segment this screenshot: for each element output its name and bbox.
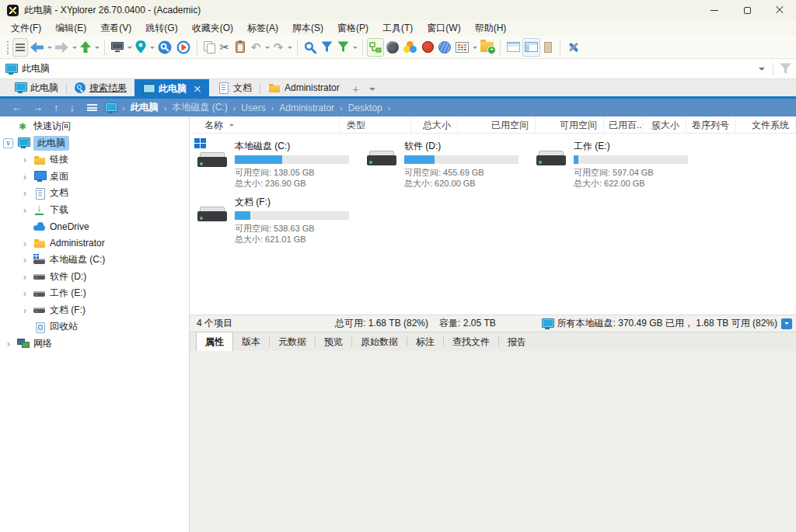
tab-documents[interactable]: 文档 xyxy=(209,79,260,96)
menu-scripting[interactable]: 脚本(S) xyxy=(285,20,330,37)
chevron-right-icon[interactable] xyxy=(4,339,13,349)
info-tab-find-files[interactable]: 查找文件 xyxy=(444,332,498,351)
forward-dropdown-caret[interactable] xyxy=(72,47,77,51)
new-folder-button[interactable] xyxy=(478,38,496,57)
zoom-button[interactable] xyxy=(155,38,174,57)
up-dropdown-caret[interactable] xyxy=(95,47,100,51)
info-tab-raw[interactable]: 原始数据 xyxy=(352,332,407,351)
main-menu-button[interactable] xyxy=(12,38,28,57)
redo-dropdown-caret[interactable] xyxy=(288,47,292,51)
tree-item-administrator[interactable]: Administrator xyxy=(0,235,189,252)
report-button[interactable] xyxy=(453,38,471,57)
tree-item-quick-access[interactable]: 快速访问 xyxy=(0,118,189,135)
report-dropdown-caret[interactable] xyxy=(473,47,477,51)
breadcrumb-administrator[interactable]: Administrator xyxy=(279,103,334,113)
address-dropdown-caret[interactable] xyxy=(759,68,765,74)
address-filter-icon[interactable] xyxy=(780,63,791,75)
tab-search-results[interactable]: 搜索结果 xyxy=(67,79,134,96)
info-panel-button[interactable] xyxy=(540,38,556,57)
undo-button[interactable]: ↶ xyxy=(248,38,264,57)
desktop-dropdown-caret[interactable] xyxy=(127,47,132,51)
breadcrumb-users[interactable]: Users xyxy=(241,103,265,113)
column-header-type[interactable]: 类型 xyxy=(340,116,411,133)
column-header-total-size[interactable]: 总大小 xyxy=(411,116,458,133)
breadcrumb-desktop[interactable]: Desktop xyxy=(348,103,382,113)
menu-file[interactable]: 文件(F) xyxy=(4,20,48,37)
menu-help[interactable]: 帮助(H) xyxy=(468,20,514,37)
chevron-right-icon[interactable] xyxy=(20,288,30,298)
location-dropdown-caret[interactable] xyxy=(150,47,155,51)
layout-button[interactable] xyxy=(522,38,540,57)
tree-item-drive-c[interactable]: 本地磁盘 (C:) xyxy=(0,252,189,269)
drive-tile-d[interactable]: 软件 (D:) 可用空间: 455.69 GB 总大小: 620.00 GB xyxy=(364,138,525,185)
drive-tile-e[interactable]: 工作 (E:) 可用空间: 597.04 GB 总大小: 622.00 GB xyxy=(533,138,695,185)
tags-button[interactable] xyxy=(420,38,436,57)
info-tab-version[interactable]: 版本 xyxy=(233,332,269,351)
find-button[interactable] xyxy=(302,38,319,57)
column-header-name[interactable]: 名称 xyxy=(190,116,340,133)
go-button[interactable] xyxy=(174,38,193,57)
breadcrumb-drive-c[interactable]: 本地磁盘 (C:) xyxy=(172,101,227,114)
up-button[interactable] xyxy=(78,38,93,57)
menu-panes[interactable]: 窗格(P) xyxy=(330,20,375,37)
address-value[interactable]: 此电脑 xyxy=(22,62,50,75)
address-bar[interactable]: 此电脑 xyxy=(0,59,796,79)
chevron-right-icon[interactable] xyxy=(20,155,30,165)
tree-item-this-pc[interactable]: 此电脑 xyxy=(0,135,189,152)
tree-item-onedrive[interactable]: OneDrive xyxy=(0,218,189,235)
tab-close-icon[interactable] xyxy=(194,85,201,93)
back-dropdown-caret[interactable] xyxy=(47,47,52,51)
menu-favorites[interactable]: 收藏夹(O) xyxy=(185,20,240,37)
copy-button[interactable] xyxy=(201,38,217,57)
disks-dropdown-button[interactable] xyxy=(781,318,792,329)
chevron-right-icon[interactable] xyxy=(20,172,30,182)
menu-tabs[interactable]: 标签(A) xyxy=(240,20,285,37)
filter-dropdown-caret[interactable] xyxy=(353,47,358,51)
configuration-button[interactable] xyxy=(564,38,583,57)
collapse-box-icon[interactable] xyxy=(3,138,13,148)
menu-go[interactable]: 跳转(G) xyxy=(138,20,184,37)
menu-edit[interactable]: 编辑(E) xyxy=(48,20,93,37)
tree-item-documents[interactable]: 文档 xyxy=(0,185,189,202)
tab-list-dropdown[interactable] xyxy=(365,79,380,99)
cut-button[interactable]: ✂ xyxy=(217,38,232,57)
info-tab-metadata[interactable]: 元数据 xyxy=(270,332,315,351)
tree-item-links[interactable]: 链接 xyxy=(0,151,189,169)
column-header-used-percent[interactable]: 已用百... xyxy=(604,116,643,133)
close-button[interactable] xyxy=(763,0,796,20)
tree-item-recycle-bin[interactable]: 回收站 xyxy=(0,318,189,336)
menu-view[interactable]: 查看(V) xyxy=(93,20,138,37)
tree-item-network[interactable]: 网络 xyxy=(0,336,189,353)
breadcrumb-this-pc[interactable]: 此电脑 xyxy=(131,101,159,114)
redo-button[interactable]: ↷ xyxy=(271,38,286,57)
tree-toggle-button[interactable] xyxy=(367,38,384,57)
crumb-location-icon[interactable] xyxy=(104,103,117,113)
tab-administrator[interactable]: Administrator xyxy=(260,79,347,96)
desktop-button[interactable] xyxy=(109,38,126,57)
chevron-right-icon[interactable] xyxy=(20,238,30,249)
horizontal-panes-button[interactable] xyxy=(504,38,522,57)
tree-item-desktop[interactable]: 桌面 xyxy=(0,169,189,186)
info-tab-annotations[interactable]: 标注 xyxy=(407,332,443,351)
info-tab-preview[interactable]: 预览 xyxy=(316,332,351,351)
back-button[interactable] xyxy=(28,38,46,57)
menu-tools[interactable]: 工具(T) xyxy=(375,20,420,37)
filter-button[interactable] xyxy=(319,38,335,57)
menu-window[interactable]: 窗口(W) xyxy=(420,20,467,37)
forward-button[interactable] xyxy=(53,38,71,57)
color-filters-button[interactable] xyxy=(401,38,420,57)
tree-item-downloads[interactable]: 下载 xyxy=(0,202,189,219)
info-tab-report[interactable]: 报告 xyxy=(499,332,535,351)
chevron-right-icon[interactable] xyxy=(20,188,30,198)
chevron-right-icon[interactable] xyxy=(20,305,30,315)
drive-tile-c[interactable]: 本地磁盘 (C:) 可用空间: 138.05 GB 总大小: 236.90 GB xyxy=(194,138,356,185)
tab-this-pc[interactable]: 此电脑 xyxy=(6,79,66,96)
column-header-free-space[interactable]: 可用空间 xyxy=(536,116,604,133)
crumb-menu-icon[interactable] xyxy=(87,104,97,111)
crumb-back-icon[interactable]: ← xyxy=(12,103,22,113)
chevron-right-icon[interactable] xyxy=(20,272,30,282)
chevron-right-icon[interactable] xyxy=(20,255,30,265)
new-tab-button[interactable] xyxy=(347,79,365,99)
column-header-volume-serial[interactable]: 卷序列号 xyxy=(686,116,736,133)
toolbar-grip[interactable] xyxy=(5,40,10,54)
